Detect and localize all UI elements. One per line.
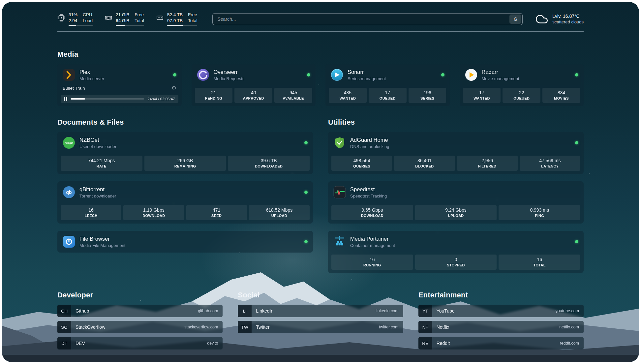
now-playing-title: Bullet Train	[63, 86, 85, 91]
stat-ping: 0.993 msPING	[499, 205, 580, 220]
bookmark-abbr: NF	[418, 321, 432, 333]
service-card-qbittorrent[interactable]: qb qBittorrent Torrent downloader 16LEEC…	[57, 181, 313, 224]
disk-total-label: Total	[188, 18, 198, 24]
qbittorrent-icon: qb	[63, 186, 75, 198]
service-card-portainer[interactable]: Media Portainer Container management 16R…	[328, 231, 584, 273]
snow-specks	[2, 2, 3, 3]
service-card-adguard[interactable]: AdGuard Home DNS and adblocking 498,564Q…	[328, 132, 584, 174]
service-name: NZBGet	[79, 137, 116, 143]
memory-free-label: Free	[135, 12, 144, 18]
bookmark-name: YouTube	[432, 308, 455, 314]
cpu-load-value: 2.94	[69, 18, 77, 24]
service-card-overseerr[interactable]: Overseerr Media Requests 21PENDING 40APP…	[192, 64, 316, 106]
stat-leech: 16LEECH	[61, 205, 121, 220]
section-title-entertainment: Entertainment	[418, 291, 584, 299]
bookmark-abbr: YT	[418, 305, 432, 317]
top-bar: 31% 2.94 CPU Load	[57, 12, 584, 26]
disk-total-value: 97.9 TB	[167, 18, 183, 24]
nzbget-icon: nzbget	[63, 136, 75, 149]
section-title-developer: Developer	[57, 291, 223, 299]
bookmark-youtube[interactable]: YT YouTube youtube.com	[418, 305, 584, 317]
bookmark-domain: reddit.com	[560, 341, 584, 346]
bookmark-domain: stackoverflow.com	[184, 325, 223, 329]
bookmark-linkedin[interactable]: LI LinkedIn linkedin.com	[238, 305, 403, 317]
bookmark-name: LinkedIn	[252, 308, 273, 314]
cloud-icon	[535, 13, 548, 26]
cpu-load-label: Load	[83, 18, 93, 24]
disk-free-value: 52.4 TB	[167, 12, 183, 18]
bookmark-abbr: DT	[57, 337, 71, 349]
bookmark-domain: dev.to	[207, 341, 223, 346]
service-description: DNS and adblocking	[350, 144, 389, 149]
stat-blocked: 86,401BLOCKED	[394, 156, 455, 171]
playback-progress[interactable]	[71, 98, 144, 100]
memory-icon	[105, 14, 112, 22]
disk-icon	[156, 14, 164, 22]
stat-queries: 498,564QUERIES	[331, 156, 392, 171]
bookmark-domain: twitter.com	[379, 325, 403, 329]
service-description: Usenet downloader	[79, 144, 116, 149]
stat-queued: 22QUEUED	[503, 88, 540, 103]
pause-icon[interactable]	[64, 97, 67, 101]
status-dot	[441, 73, 444, 76]
status-dot	[307, 73, 310, 76]
stat-total: 16TOTAL	[499, 255, 580, 270]
playback-time: 24:44 / 02:06:47	[147, 97, 175, 101]
service-description: Media server	[79, 76, 104, 81]
stat-available: 945AVAILABLE	[274, 88, 312, 103]
cpu-icon	[57, 14, 65, 22]
stat-downloaded: 39.6 TBDOWNLOADED	[228, 156, 310, 171]
plex-player: 24:44 / 02:06:47	[61, 95, 178, 103]
search-provider-button[interactable]: G	[509, 15, 521, 24]
bookmark-name: StackOverflow	[71, 324, 105, 330]
cpu-label: CPU	[83, 12, 93, 18]
service-card-sonarr[interactable]: Sonarr Series management 485WANTED 17QUE…	[325, 64, 450, 106]
bookmark-name: Reddit	[432, 341, 450, 346]
status-dot	[304, 191, 308, 194]
bookmark-domain: youtube.com	[555, 309, 584, 313]
service-name: Overseerr	[214, 69, 245, 75]
stat-upload: 618.52 MbpsUPLOAD	[249, 205, 310, 220]
service-description: Movie management	[482, 76, 519, 81]
service-card-speedtest[interactable]: Speedtest Speedtest Tracking 9.65 GbpsDO…	[328, 181, 584, 224]
stat-wanted: 485WANTED	[329, 88, 367, 103]
service-card-filebrowser[interactable]: File Browser Media File Management	[57, 231, 313, 253]
sonarr-icon	[331, 69, 343, 81]
bookmark-dev[interactable]: DT DEV dev.to	[57, 337, 223, 349]
section-title-utilities: Utilities	[328, 118, 584, 127]
service-description: Series management	[348, 76, 386, 81]
status-dot	[575, 240, 578, 243]
stat-remaining: 266 GBREMAINING	[144, 156, 226, 171]
bookmark-domain: linkedin.com	[376, 309, 403, 313]
bookmarks-social: Social LI LinkedIn linkedin.com TW Twitt…	[238, 291, 403, 353]
svg-text:nzbget: nzbget	[65, 141, 73, 144]
bookmark-twitter[interactable]: TW Twitter twitter.com	[238, 321, 403, 333]
service-card-radarr[interactable]: Radarr Movie management 17WANTED 22QUEUE…	[460, 64, 584, 106]
stat-approved: 40APPROVED	[234, 88, 272, 103]
service-card-nzbget[interactable]: nzbget NZBGet Usenet downloader 744.21 M…	[57, 132, 313, 174]
bookmark-github[interactable]: GH Github github.com	[57, 305, 223, 317]
status-dot	[304, 240, 308, 243]
bookmark-name: DEV	[71, 341, 85, 346]
bookmark-stackoverflow[interactable]: SO StackOverflow stackoverflow.com	[57, 321, 223, 333]
service-name: Sonarr	[348, 69, 386, 75]
stat-stopped: 0STOPPED	[415, 255, 497, 270]
overseerr-icon	[197, 69, 209, 81]
service-name: qBittorrent	[79, 186, 116, 193]
weather-widget: Lviv, 16.87°C scattered clouds	[535, 13, 584, 26]
bookmark-reddit[interactable]: RE Reddit reddit.com	[418, 337, 584, 349]
memory-widget: 21 GiB 64 GiB Free Total	[105, 12, 144, 26]
stat-movies: 834MOVIES	[542, 88, 580, 103]
search-input[interactable]	[213, 16, 508, 22]
bookmark-abbr: TW	[238, 321, 252, 333]
bookmark-netflix[interactable]: NF Netflix netflix.com	[418, 321, 584, 333]
stat-pending: 21PENDING	[195, 88, 233, 103]
gear-icon[interactable]: ⚙	[171, 85, 176, 91]
service-card-plex[interactable]: Plex Media server Bullet Train ⚙	[57, 64, 182, 106]
status-dot	[575, 141, 578, 144]
bookmark-abbr: SO	[57, 321, 71, 333]
service-description: Torrent downloader	[79, 194, 116, 198]
status-dot	[173, 73, 176, 76]
cpu-widget: 31% 2.94 CPU Load	[57, 12, 93, 26]
service-description: Container management	[350, 243, 395, 248]
